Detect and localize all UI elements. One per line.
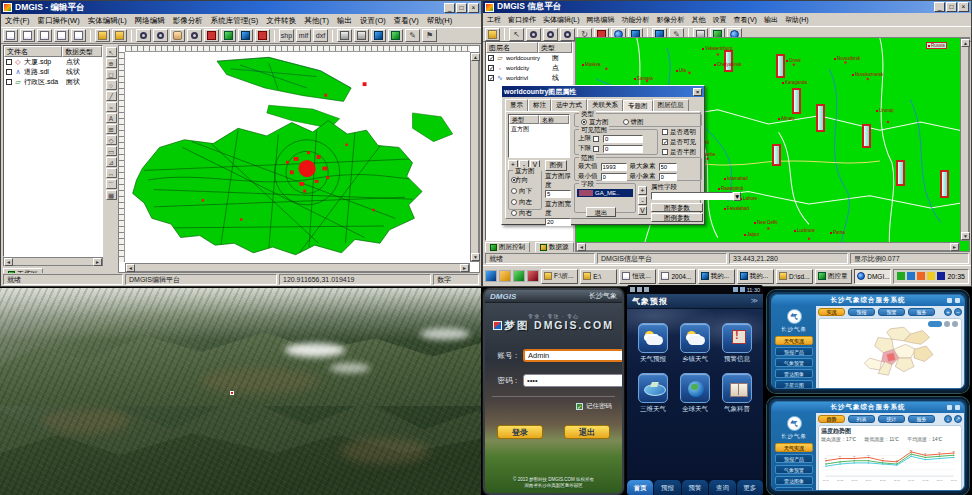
nav-more[interactable]: 更多: [737, 480, 763, 495]
share-button[interactable]: ↗: [954, 415, 962, 423]
zoom-in-icon[interactable]: [526, 28, 541, 41]
menu-output[interactable]: 输出: [764, 15, 778, 25]
visible-checkbox[interactable]: ✓: [662, 139, 668, 145]
sidebar-item-satellite[interactable]: 卫星云图: [775, 487, 813, 491]
layer-row[interactable]: ✓ ∿ worldrivl 线: [486, 73, 572, 83]
field-remove-button[interactable]: -: [638, 196, 647, 205]
tab-trend[interactable]: 趋势: [818, 415, 845, 423]
pointer-icon[interactable]: ↖: [509, 28, 524, 41]
menu-tile-science[interactable]: 气象科普: [719, 373, 755, 414]
stop-icon[interactable]: [255, 29, 270, 42]
open-icon[interactable]: [20, 29, 35, 42]
password-input[interactable]: [523, 374, 624, 387]
map-vscrollbar[interactable]: ▲▼: [470, 52, 479, 262]
nav-home[interactable]: 首页: [627, 480, 653, 495]
menu-function-analysis[interactable]: 功能分析: [622, 15, 650, 25]
doc2-icon[interactable]: [71, 29, 86, 42]
quicklaunch-ie-icon[interactable]: [485, 270, 497, 282]
move-icon[interactable]: ↔: [106, 168, 117, 178]
map-marker[interactable]: [230, 391, 234, 395]
menu-project[interactable]: 工程: [487, 15, 501, 25]
export-icon[interactable]: [371, 29, 386, 42]
quicklaunch-folder-icon[interactable]: [499, 270, 511, 282]
info-titlebar[interactable]: DMGIS 信息平台 _ □ ×: [483, 1, 971, 13]
menu-file[interactable]: 文件(F): [5, 16, 30, 26]
menu-window[interactable]: 窗口操作(W): [38, 16, 80, 26]
layer-checkbox[interactable]: ✓: [488, 75, 494, 81]
tab-forecast[interactable]: 预报: [848, 308, 875, 316]
radio-left[interactable]: [511, 199, 517, 205]
grid-icon[interactable]: [238, 29, 253, 42]
dxf-icon[interactable]: dxf: [313, 29, 328, 42]
col-datatype[interactable]: 数据类型: [62, 46, 102, 57]
message-icon[interactable]: [947, 405, 952, 410]
menu-image-analysis[interactable]: 影像分析: [173, 16, 203, 26]
close-button[interactable]: ×: [468, 3, 479, 13]
upper-checkbox[interactable]: [593, 136, 599, 142]
open-icon[interactable]: [485, 28, 500, 41]
layer-checkbox[interactable]: [6, 79, 12, 85]
account-input[interactable]: [523, 349, 624, 362]
tray-icon[interactable]: [907, 272, 915, 280]
attr-field-select[interactable]: [651, 192, 733, 200]
maxpx-input[interactable]: [659, 163, 677, 171]
sidebar-item-radar[interactable]: 雷达图像: [775, 476, 813, 485]
graphic-params-button[interactable]: 图形参数: [651, 203, 703, 212]
settings-icon[interactable]: [955, 298, 960, 303]
tab-layerinfo[interactable]: 图层信息: [653, 99, 689, 111]
menu-tile-township[interactable]: 乡镇天气: [677, 323, 713, 364]
menu-help[interactable]: 帮助(H): [427, 16, 452, 26]
menu-image-analysis[interactable]: 影像分析: [657, 15, 685, 25]
layer-properties-dialog[interactable]: worldcountry图层属性 × 显示 标注 选中方式 关联关系 专题图 图…: [501, 85, 705, 225]
folder2-icon[interactable]: [112, 29, 127, 42]
circle-icon[interactable]: ○: [106, 80, 117, 90]
menu-tile-warning[interactable]: 预警信息: [719, 323, 755, 364]
layer-row[interactable]: ▱ 行政区.sda 面状: [4, 77, 102, 87]
tray-icon[interactable]: [897, 272, 905, 280]
sidebar-item-forecast[interactable]: 预报产品: [775, 454, 813, 463]
print2-icon[interactable]: [354, 29, 369, 42]
more-chevron-icon[interactable]: ≫: [751, 297, 758, 305]
minimize-button[interactable]: _: [444, 3, 455, 13]
col-layername[interactable]: 图层名: [486, 42, 538, 53]
lower-checkbox[interactable]: [593, 146, 599, 152]
taskbar-task[interactable]: 2004...: [658, 269, 695, 284]
menu-view[interactable]: 查看(V): [734, 15, 757, 25]
menu-other[interactable]: 其他: [692, 15, 706, 25]
barwidth-input[interactable]: [545, 218, 571, 226]
tab-warning[interactable]: 预警: [878, 308, 905, 316]
menu-settings[interactable]: 设置: [713, 15, 727, 25]
radio-histogram[interactable]: [581, 119, 587, 125]
menu-system-lib[interactable]: 系统库管理(S): [211, 16, 259, 26]
settings-icon[interactable]: [955, 405, 960, 410]
line-icon[interactable]: ╱: [106, 91, 117, 101]
sidebar-item-radar[interactable]: 雷达图像: [775, 369, 813, 378]
taskbar-task[interactable]: D:\sd...: [776, 269, 813, 284]
thematic-type-list[interactable]: 类型 名称 直方图: [508, 114, 570, 158]
quicklaunch-desktop-icon[interactable]: [513, 270, 525, 282]
curve-icon[interactable]: ≈: [106, 102, 117, 112]
taskbar-task[interactable]: 图控量: [815, 269, 852, 284]
exit-button[interactable]: 退出: [586, 207, 616, 217]
tab-annotation[interactable]: 标注: [528, 99, 551, 111]
layers-icon[interactable]: [221, 29, 236, 42]
radio-down[interactable]: [511, 188, 517, 194]
menu-network-edit[interactable]: 网络编辑: [587, 15, 615, 25]
tray-icon[interactable]: [927, 272, 935, 280]
layer-row[interactable]: ✓ ▱ worldcountry 面: [486, 53, 572, 63]
sidebar-item-warning[interactable]: 气象预警: [775, 358, 813, 367]
menu-window[interactable]: 窗口操作: [508, 15, 536, 25]
mif-icon[interactable]: mif: [296, 29, 311, 42]
layer-row[interactable]: ✓ ◦ worldcity 点: [486, 63, 572, 73]
taskbar-task[interactable]: 我的...: [698, 269, 735, 284]
sidebar-item-live[interactable]: 天气实况: [775, 443, 813, 452]
tab-service[interactable]: 服务: [908, 415, 935, 423]
snap-icon[interactable]: ⌒: [106, 179, 117, 189]
menu-tile-global[interactable]: 全球天气: [677, 373, 713, 414]
layer-checkbox[interactable]: [6, 59, 12, 65]
tab-service[interactable]: 服务: [908, 308, 935, 316]
new-icon[interactable]: [3, 29, 18, 42]
minpx-input[interactable]: [659, 173, 677, 181]
dialog-close-icon[interactable]: ×: [693, 88, 702, 96]
menu-entity-edit[interactable]: 实体编辑(L): [543, 15, 580, 25]
